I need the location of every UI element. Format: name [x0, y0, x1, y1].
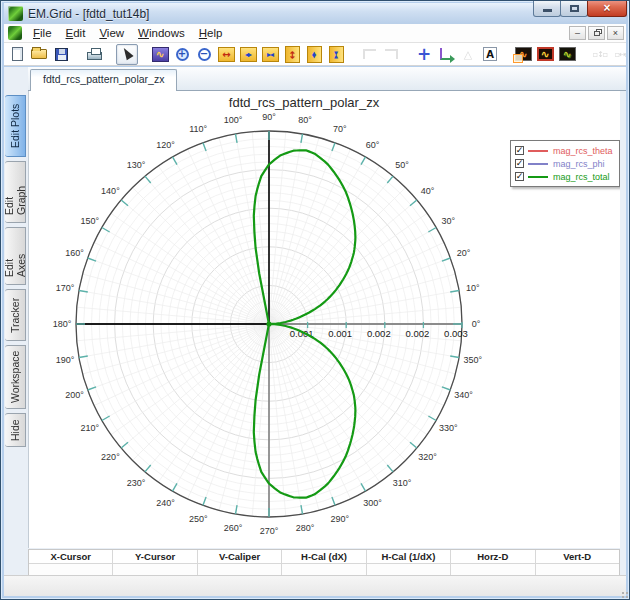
sidebar-tab-edit-plots[interactable]: Edit Plots	[5, 95, 26, 157]
cursor-table-header: V-Caliper	[198, 550, 282, 563]
plot-dark-button[interactable]	[556, 44, 578, 65]
corner-right-icon	[385, 49, 398, 59]
corner-right-button	[380, 44, 402, 65]
maximize-button[interactable]	[560, 0, 588, 17]
mdi-restore-icon	[594, 31, 600, 36]
legend-checkbox[interactable]: ✓	[515, 146, 524, 155]
svg-text:250°: 250°	[189, 514, 208, 524]
crosshair-button[interactable]	[413, 44, 435, 65]
center-x-button[interactable]	[237, 44, 259, 65]
zoom-in-icon	[176, 48, 189, 61]
pointer-select-button[interactable]	[116, 44, 138, 65]
mdi-close-button[interactable]: ×	[607, 26, 624, 40]
legend-entry: ✓mag_rcs_theta	[515, 144, 613, 157]
svg-text:30°: 30°	[441, 216, 455, 226]
maximize-icon	[570, 5, 579, 12]
tab-fdtd-rcs-pattern-polar-zx[interactable]: fdtd_rcs_pattern_polar_zx	[30, 69, 177, 91]
text-label-button[interactable]	[479, 44, 501, 65]
plot-red-icon	[537, 47, 554, 61]
menu-windows[interactable]: Windows	[131, 25, 192, 41]
caption-buttons: ×	[534, 0, 627, 17]
center-y-button[interactable]	[303, 44, 325, 65]
svg-text:0.002: 0.002	[367, 328, 391, 339]
new-file-button[interactable]	[6, 44, 28, 65]
link-h-button	[611, 44, 626, 65]
legend-label: mag_rcs_theta	[553, 146, 613, 156]
mdi-restore-button[interactable]	[588, 26, 605, 40]
fit-plot-button[interactable]	[149, 44, 171, 65]
resize-grip[interactable]	[622, 592, 624, 594]
menu-view[interactable]: View	[92, 25, 131, 41]
svg-text:310°: 310°	[393, 478, 412, 488]
zoom-in-button[interactable]	[171, 44, 193, 65]
corner-left-button	[358, 44, 380, 65]
svg-text:220°: 220°	[101, 452, 120, 462]
svg-text:fdtd_rcs_pattern_polar_zx: fdtd_rcs_pattern_polar_zx	[229, 95, 380, 110]
axes-button[interactable]	[435, 44, 457, 65]
expand-x-icon	[218, 47, 235, 62]
save-file-icon	[55, 48, 68, 61]
legend-label: mag_rcs_phi	[553, 159, 605, 169]
expand-y-button[interactable]	[281, 44, 303, 65]
svg-text:290°: 290°	[330, 514, 349, 524]
svg-text:20°: 20°	[457, 248, 471, 258]
minimize-button[interactable]	[533, 0, 561, 17]
mdi-minimize-button[interactable]: –	[569, 26, 586, 40]
menu-bar: FileEditViewWindowsHelp – ×	[4, 24, 626, 43]
plot-legend: ✓mag_rcs_theta✓mag_rcs_phi✓mag_rcs_total	[510, 140, 620, 187]
save-file-button[interactable]	[50, 44, 72, 65]
triangle-button	[457, 44, 479, 65]
svg-text:190°: 190°	[56, 355, 75, 365]
menu-file[interactable]: File	[26, 25, 59, 41]
svg-text:40°: 40°	[421, 186, 435, 196]
compress-y-icon	[329, 46, 344, 63]
print-button[interactable]	[83, 44, 105, 65]
compress-x-icon	[262, 47, 279, 62]
toolbar: Layout	[4, 43, 626, 66]
sidebar-tab-hide[interactable]: Hide	[5, 413, 26, 447]
cursor-table-header: X-Cursor	[29, 550, 113, 563]
minimize-icon	[543, 9, 552, 12]
expand-x-button[interactable]	[215, 44, 237, 65]
svg-text:200°: 200°	[65, 390, 84, 400]
svg-text:140°: 140°	[101, 186, 120, 196]
app-window: EM.Grid - [fdtd_tut14b] × FileEditViewWi…	[0, 0, 630, 600]
crosshair-icon	[417, 47, 431, 61]
svg-text:230°: 230°	[127, 478, 146, 488]
svg-text:0°: 0°	[472, 319, 481, 329]
svg-text:210°: 210°	[80, 423, 99, 433]
svg-text:60°: 60°	[366, 140, 380, 150]
open-file-button[interactable]	[28, 44, 50, 65]
menu-edit[interactable]: Edit	[59, 25, 93, 41]
client-area: fdtd_rcs_pattern_polar_zx Edit PlotsEdit…	[4, 67, 626, 596]
new-file-icon	[12, 47, 23, 61]
plot-orange-button[interactable]	[512, 44, 534, 65]
menu-help[interactable]: Help	[192, 25, 230, 41]
axes-icon	[440, 48, 453, 60]
svg-text:270°: 270°	[260, 526, 279, 536]
plot-red-button[interactable]	[534, 44, 556, 65]
legend-entry: ✓mag_rcs_phi	[515, 157, 613, 170]
sidebar-tab-tracker[interactable]: Tracker	[5, 289, 26, 341]
svg-text:0.003: 0.003	[444, 328, 468, 339]
pointer-select-icon	[120, 46, 133, 60]
center-x-icon	[240, 47, 257, 62]
plot-canvas[interactable]: 0°10°20°30°40°50°60°70°80°90°100°110°120…	[28, 91, 620, 548]
window-title: EM.Grid - [fdtd_tut14b]	[28, 7, 149, 21]
legend-checkbox[interactable]: ✓	[515, 172, 524, 181]
app-logo-icon	[8, 26, 22, 40]
sidebar-tab-workspace[interactable]: Workspace	[5, 345, 26, 409]
legend-line-swatch	[528, 163, 548, 165]
cursor-table-header: Horz-D	[451, 550, 535, 563]
legend-checkbox[interactable]: ✓	[515, 159, 524, 168]
close-button[interactable]: ×	[587, 0, 627, 17]
link-h-icon	[615, 50, 626, 59]
compress-y-button[interactable]	[325, 44, 347, 65]
zoom-out-button[interactable]	[193, 44, 215, 65]
legend-label: mag_rcs_total	[553, 172, 610, 182]
svg-text:10°: 10°	[466, 283, 480, 293]
sidebar-tab-edit-graph[interactable]: Edit Graph	[5, 161, 26, 223]
zoom-out-icon	[198, 48, 211, 61]
compress-x-button[interactable]	[259, 44, 281, 65]
sidebar-tab-edit-axes[interactable]: Edit Axes	[5, 227, 26, 285]
